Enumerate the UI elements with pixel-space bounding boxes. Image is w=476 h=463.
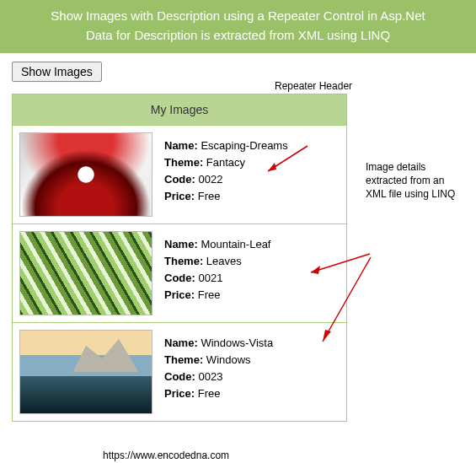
label-name: Name: (164, 238, 198, 250)
annotation-details: Image details extracted from an XML file… (366, 160, 467, 202)
thumbnail-image (19, 132, 152, 217)
content-area: Show Images My Images Name: Escaping-Dre… (0, 53, 476, 422)
row-details: Name: Mountain-Leaf Theme: Leaves Code: … (164, 231, 271, 304)
banner-line-2: Data for Description is extracted from X… (8, 26, 468, 46)
repeater-control: My Images Name: Escaping-Dreams Theme: F… (12, 94, 347, 422)
value-price: Free (198, 288, 221, 301)
repeater-row: Name: Escaping-Dreams Theme: Fantacy Cod… (13, 126, 346, 224)
value-name: Escaping-Dreams (201, 139, 287, 152)
row-details: Name: Escaping-Dreams Theme: Fantacy Cod… (164, 132, 288, 206)
value-theme: Windows (206, 353, 251, 366)
label-price: Price: (164, 387, 195, 400)
label-code: Code: (164, 272, 195, 284)
repeater-row: Name: Windows-Vista Theme: Windows Code:… (13, 323, 346, 421)
label-theme: Theme: (164, 353, 203, 366)
row-details: Name: Windows-Vista Theme: Windows Code:… (164, 330, 273, 403)
annotation-header: Repeater Header (275, 79, 352, 93)
label-code: Code: (164, 173, 195, 186)
value-price: Free (198, 387, 221, 400)
label-theme: Theme: (164, 156, 203, 169)
repeater-header: My Images (13, 94, 346, 126)
repeater-row: Name: Mountain-Leaf Theme: Leaves Code: … (13, 224, 346, 323)
label-price: Price: (164, 288, 195, 301)
value-price: Free (198, 190, 221, 202)
thumbnail-image (19, 330, 152, 414)
value-theme: Leaves (206, 255, 242, 267)
label-name: Name: (164, 336, 198, 349)
value-code: 0022 (198, 173, 222, 186)
value-theme: Fantacy (206, 156, 245, 169)
page-banner: Show Images with Description using a Rep… (0, 0, 476, 53)
value-code: 0021 (198, 272, 222, 284)
label-code: Code: (164, 370, 195, 383)
show-images-label: Show Images (21, 65, 93, 78)
label-theme: Theme: (164, 255, 203, 267)
value-name: Mountain-Leaf (201, 238, 270, 250)
value-code: 0023 (198, 370, 222, 383)
value-name: Windows-Vista (201, 336, 273, 349)
label-name: Name: (164, 139, 198, 152)
banner-line-1: Show Images with Description using a Rep… (8, 7, 468, 26)
thumbnail-image (19, 231, 152, 315)
footer-url: https://www.encodedna.com (103, 450, 229, 461)
label-price: Price: (164, 190, 195, 202)
show-images-button[interactable]: Show Images (12, 62, 102, 82)
